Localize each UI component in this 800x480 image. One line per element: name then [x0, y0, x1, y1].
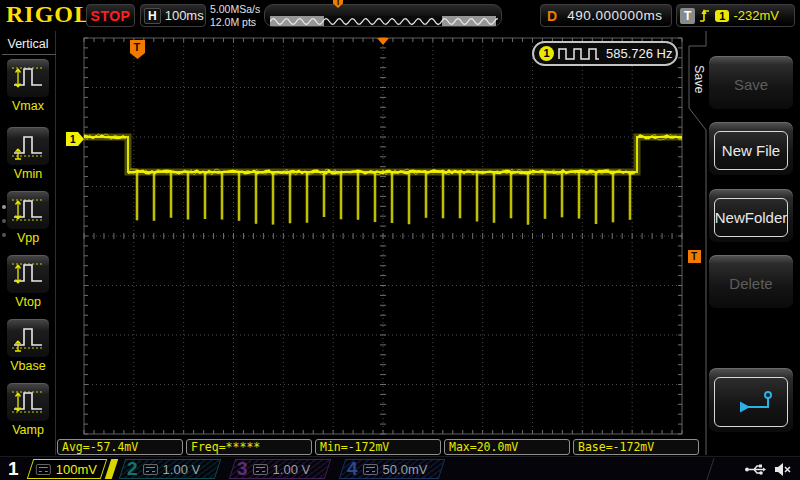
channel-3-setting: 3 1.00 V — [229, 459, 331, 479]
measurement-avg: Avg=-57.4mV — [57, 439, 183, 455]
vmax-measure-icon — [10, 63, 46, 93]
preview-waveform — [270, 16, 498, 26]
measurement-min: Min=-172mV — [315, 439, 441, 455]
menu-button-vbase[interactable] — [6, 318, 50, 358]
dc-coupling-icon — [36, 464, 51, 475]
channel-4-setting: 4 50.0mV — [339, 459, 445, 479]
delay-label: D — [547, 8, 557, 24]
dc-coupling-icon — [143, 464, 158, 475]
trigger-source-badge: 1 — [715, 10, 729, 22]
measurement-base: Base=-172mV — [573, 439, 699, 455]
channel-2-scale: 1.00 V — [163, 462, 201, 477]
return-button[interactable] — [708, 367, 794, 433]
left-menu-title: Vertical — [0, 37, 56, 51]
soft-button-label: Delete — [714, 264, 788, 303]
vbase-measure-icon — [10, 323, 46, 353]
return-arrow-icon — [728, 389, 774, 415]
horizontal-center-marker — [377, 38, 389, 45]
horizontal-timebase-box[interactable]: H 100ms — [140, 4, 206, 27]
menu-button-vtop[interactable] — [6, 254, 50, 294]
active-channel-stripe — [105, 459, 118, 479]
speaker-muted-icon — [774, 462, 792, 477]
soft-button-save[interactable]: Save — [708, 55, 794, 110]
menu-label-vbase: Vbase — [0, 359, 56, 373]
soft-button-label: NewFolder — [714, 198, 788, 237]
channel-4-number: 4 — [347, 457, 358, 480]
freq-counter-channel-badge: 1 — [539, 46, 554, 61]
measurement-max: Max=20.0mV — [444, 439, 570, 455]
timebase-value: 100ms — [165, 8, 204, 23]
top-status-bar: RIGOL STOP H 100ms 5.00MSa/s 12.0M pts T… — [0, 0, 800, 31]
channel-1-setting: 100mV — [27, 459, 107, 479]
channel-2-number: 2 — [127, 457, 138, 480]
graticule-and-waveform: 1TT — [56, 31, 706, 441]
channel-3-number: 3 — [237, 457, 248, 480]
trigger-settings-box[interactable]: T 1 -232mV — [676, 4, 795, 27]
channel-status-bar: 1 100mV 2 1.00 V 3 — [0, 456, 800, 480]
vmin-measure-icon — [10, 131, 46, 161]
trigger-label: T — [680, 8, 695, 24]
square-wave-icon — [558, 48, 600, 60]
usb-icon — [744, 463, 766, 476]
horizontal-label: H — [144, 8, 161, 24]
acquisition-info: 5.00MSa/s 12.0M pts — [210, 3, 260, 28]
run-state-indicator[interactable]: STOP — [86, 4, 135, 27]
channel-4-scale: 50.0mV — [383, 462, 428, 477]
freq-counter-value: 585.726 Hz — [606, 46, 673, 61]
menu-button-vmax[interactable] — [6, 58, 50, 98]
rigol-logo: RIGOL — [6, 1, 91, 28]
channel1-ground-marker: 1 — [66, 132, 84, 146]
vamp-measure-icon — [10, 387, 46, 417]
right-soft-menu: Save SaveNew FileNewFolderDelete — [686, 31, 800, 455]
dc-coupling-icon — [363, 464, 378, 475]
soft-button-label: New File — [714, 131, 788, 170]
oscilloscope-screen: RIGOL STOP H 100ms 5.00MSa/s 12.0M pts T… — [0, 0, 800, 480]
waveform-memory-preview[interactable]: T — [264, 4, 502, 27]
menu-button-vpp[interactable] — [6, 190, 50, 230]
left-measure-menu: Vertical VmaxVminVppVtopVbaseVamp — [0, 31, 56, 455]
menu-label-vamp: Vamp — [0, 423, 56, 437]
menu-label-vmax: Vmax — [0, 99, 56, 113]
measurement-freq: Freq=***** — [186, 439, 312, 455]
soft-button-newfolder[interactable]: NewFolder — [708, 188, 794, 243]
menu-button-vamp[interactable] — [6, 382, 50, 422]
menu-label-vpp: Vpp — [0, 231, 56, 245]
sample-rate: 5.00MSa/s — [210, 3, 260, 16]
menu-button-vmin[interactable] — [6, 126, 50, 166]
channel-3-scale: 1.00 V — [273, 462, 311, 477]
delay-value: 490.000000ms — [567, 8, 662, 23]
vtop-measure-icon — [10, 259, 46, 289]
memory-depth: 12.0M pts — [210, 16, 260, 29]
status-separator — [706, 458, 714, 480]
rising-edge-icon — [699, 8, 711, 23]
menu-label-vtop: Vtop — [0, 295, 56, 309]
waveform-display-area: 1TT 1 585.726 Hz — [56, 31, 706, 441]
svg-text:T: T — [134, 41, 141, 53]
channel-1-number: 1 — [8, 457, 19, 480]
channel-1-scale: 100mV — [56, 462, 97, 477]
soft-button-delete[interactable]: Delete — [708, 254, 794, 309]
svg-text:1: 1 — [70, 134, 76, 145]
trigger-position-flag: T — [130, 40, 145, 59]
trigger-delay-box[interactable]: D 490.000000ms — [540, 4, 672, 27]
preview-trigger-flag: T — [333, 0, 343, 8]
frequency-counter: 1 585.726 Hz — [532, 41, 678, 66]
menu-label-vmin: Vmin — [0, 167, 56, 181]
soft-button-label: Save — [714, 65, 788, 104]
run-state-label: STOP — [91, 8, 131, 24]
channel-2-setting: 2 1.00 V — [119, 459, 221, 479]
soft-button-new-file[interactable]: New File — [708, 121, 794, 176]
trigger-level-value: -232mV — [733, 8, 779, 23]
vpp-measure-icon — [10, 195, 46, 225]
dc-coupling-icon — [253, 464, 268, 475]
menu-tab-save: Save — [690, 49, 706, 109]
